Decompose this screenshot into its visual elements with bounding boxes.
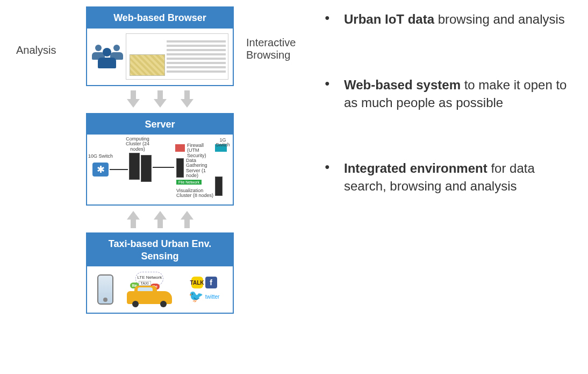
tag-file-network: File Network: [176, 180, 202, 185]
feature-item-bold: Integrated environment: [344, 161, 487, 175]
label-lte-network: LTE Network: [138, 275, 162, 280]
taxi-sign: TAXI: [139, 281, 151, 286]
feature-item-bold: Web-based system: [344, 77, 461, 92]
layer-server-title: Server: [87, 114, 233, 135]
taxi-icon: TAXI: [127, 286, 172, 307]
server-rack-icon: [176, 158, 184, 178]
label-data-gathering: Data Gathering Server (1 node): [186, 158, 217, 179]
layer-browser-title: Web-based Browser: [87, 8, 233, 29]
feature-item-rest: browsing and analysis: [434, 12, 565, 26]
architecture-diagram: Web-based Browser Server 10G Switch Comp…: [86, 6, 234, 314]
twitter-icon: 🐦: [189, 291, 203, 302]
down-arrow-icon: [128, 90, 139, 109]
up-arrow-icon: [155, 210, 166, 228]
label-twitter: twitter: [205, 294, 220, 300]
layer-sensing: Taxi-based Urban Env. Sensing LTE Networ…: [86, 232, 234, 314]
kakaotalk-icon: TALK: [191, 277, 203, 288]
social-icons: TALK f 🐦 twitter: [185, 277, 223, 302]
label-1g-switch: 1G Switch: [213, 138, 233, 148]
users-icon: [91, 40, 124, 73]
arrows-browser-to-server: [86, 88, 234, 111]
feature-item-bold: Urban IoT data: [344, 12, 434, 26]
down-arrow-icon: [155, 90, 166, 109]
label-10g-switch: 10G Switch: [88, 154, 113, 159]
arrows-sensing-to-server: [86, 208, 234, 230]
browser-mock-icon: [126, 33, 228, 80]
label-analysis: Analysis: [16, 44, 56, 57]
up-arrow-icon: [128, 210, 139, 228]
facebook-icon: f: [205, 277, 217, 288]
feature-item: Web-based system to make it open to as m…: [322, 76, 580, 111]
switch-icon: [92, 163, 109, 177]
firewall-icon: [175, 144, 185, 152]
feature-item: Urban IoT data browsing and analysis: [322, 11, 580, 28]
feature-item: Integrated environment for data search, …: [322, 160, 580, 195]
server-rack-icon: [215, 177, 223, 196]
server-rack-icon: [141, 155, 152, 182]
label-interactive-browsing: Interactive Browsing: [246, 37, 311, 61]
layer-sensing-title: Taxi-based Urban Env. Sensing: [87, 234, 233, 266]
label-firewall: Firewall (UTM Security): [187, 143, 214, 158]
smartphone-icon: [97, 274, 113, 305]
layer-server: Server 10G Switch Computing Cluster (24 …: [86, 113, 234, 206]
server-rack-icon: [129, 153, 140, 180]
layer-browser: Web-based Browser: [86, 6, 234, 86]
up-arrow-icon: [182, 210, 192, 228]
down-arrow-icon: [182, 90, 192, 109]
feature-list: Urban IoT data browsing and analysis Web…: [322, 11, 580, 243]
label-viz-cluster: Visualization Cluster (8 nodes): [176, 188, 214, 199]
label-computing-cluster: Computing Cluster (24 nodes): [121, 137, 154, 152]
